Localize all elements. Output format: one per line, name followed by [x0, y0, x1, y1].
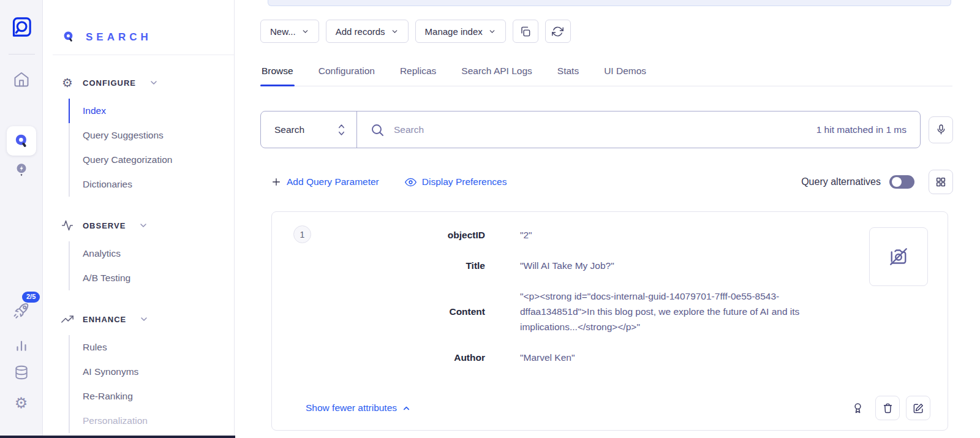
search-mode-value: Search [274, 124, 304, 135]
result-attributes: objectID "2" Title "Will AI Take My Job?… [272, 212, 948, 365]
plus-icon [271, 177, 281, 187]
section-label: ENHANCE [83, 315, 126, 324]
attribute-row-author: Author "Marvel Ken" [272, 350, 948, 365]
query-alternatives-toggle[interactable] [889, 175, 914, 189]
microphone-icon [935, 124, 947, 135]
database-icon[interactable] [13, 364, 29, 381]
display-preferences-link[interactable]: Display Preferences [405, 176, 507, 188]
sidebar-item-analytics[interactable]: Analytics [69, 241, 234, 266]
sidebar-item-re-ranking[interactable]: Re-Ranking [69, 384, 234, 409]
sidebar-divider [53, 55, 234, 55]
chevron-down-icon [301, 28, 309, 36]
add-query-parameter-link[interactable]: Add Query Parameter [271, 176, 379, 187]
chevron-up-icon [402, 404, 411, 413]
search-input[interactable] [394, 124, 807, 135]
search-magnifier-icon [61, 29, 77, 45]
refresh-icon [552, 26, 564, 37]
trending-up-icon [61, 313, 74, 325]
search-mode-select[interactable]: Search [261, 111, 357, 148]
sidebar-item-search-active[interactable] [7, 126, 36, 156]
sidebar-item-dictionaries[interactable]: Dictionaries [69, 172, 234, 197]
copy-button[interactable] [513, 20, 538, 43]
attribute-label: Content [272, 304, 485, 319]
section-configure-header[interactable]: ⚙ CONFIGURE [61, 77, 234, 89]
result-card: 1 objectID "2" Title "Will AI Take My Jo… [271, 211, 948, 431]
sidebar-item-ab-testing[interactable]: A/B Testing [69, 266, 234, 290]
item-label: Dictionaries [83, 179, 132, 190]
grid-icon [935, 176, 946, 187]
section-enhance-header[interactable]: ENHANCE [61, 313, 234, 325]
layout-grid-button[interactable] [929, 170, 953, 194]
icon-rail: 2/5 ⚙ [0, 0, 43, 438]
tab-browse[interactable]: Browse [260, 59, 295, 86]
edit-record-button[interactable] [906, 396, 930, 420]
sidebar-item-personalization[interactable]: Personalization [69, 409, 234, 433]
show-fewer-attributes-link[interactable]: Show fewer attributes [306, 402, 411, 413]
main-content: New... Add records Manage index [235, 0, 980, 438]
tab-configuration[interactable]: Configuration [317, 59, 376, 86]
index-banner-edge [268, 0, 951, 6]
search-bar: Search 1 hit matched in 1 ms [260, 111, 921, 148]
sidebar-item-index[interactable]: Index [69, 99, 234, 123]
refresh-button[interactable] [545, 20, 571, 43]
voice-search-button[interactable] [929, 116, 953, 143]
settings-gear-icon[interactable]: ⚙ [15, 396, 28, 410]
item-label: Re-Ranking [83, 391, 133, 402]
sidebar-item-query-suggestions[interactable]: Query Suggestions [69, 123, 234, 148]
trash-icon [882, 402, 894, 414]
display-preferences-label: Display Preferences [422, 176, 507, 187]
index-toolbar: New... Add records Manage index [260, 20, 952, 43]
sidebar-item-rules[interactable]: Rules [69, 335, 234, 360]
attribute-row-objectid: objectID "2" [272, 227, 948, 243]
camera-off-icon [888, 246, 910, 268]
copy-icon [519, 26, 531, 37]
manage-index-dropdown-button[interactable]: Manage index [415, 20, 506, 43]
recommend-icon[interactable] [13, 162, 29, 180]
sidebar-item-query-categorization[interactable]: Query Categorization [69, 148, 234, 172]
section-enhance: ENHANCE Rules AI Synonyms Re-Ranking Per… [61, 313, 234, 433]
algolia-logo-icon[interactable] [9, 15, 34, 39]
index-tabs: Browse Configuration Replicas Search API… [260, 59, 952, 86]
attribute-value: "Marvel Ken" [520, 350, 575, 365]
activity-icon [61, 219, 74, 232]
attribute-label: Author [272, 350, 485, 365]
query-controls-left: Add Query Parameter Display Preferences [271, 176, 507, 188]
search-row: Search 1 hit matched in 1 ms [260, 111, 953, 148]
section-observe-header[interactable]: OBSERVE [61, 219, 234, 232]
award-icon [851, 402, 864, 415]
add-query-parameter-label: Add Query Parameter [287, 176, 379, 187]
rocket-icon[interactable] [12, 301, 31, 320]
tab-stats[interactable]: Stats [556, 59, 580, 86]
item-label: Personalization [83, 415, 148, 426]
analytics-bars-icon[interactable] [13, 337, 29, 353]
item-label: Query Categorization [83, 154, 172, 165]
attribute-value: "2" [520, 227, 532, 243]
search-input-area: 1 hit matched in 1 ms [357, 111, 920, 148]
query-controls-right: Query alternatives [801, 170, 953, 194]
tab-replicas[interactable]: Replicas [399, 59, 437, 86]
chevron-down-icon [149, 78, 159, 88]
sidebar-item-ai-synonyms[interactable]: AI Synonyms [69, 360, 234, 384]
record-actions [851, 396, 930, 420]
attribute-value: "<p><strong id="docs-internal-guid-14079… [520, 289, 845, 334]
section-label: CONFIGURE [83, 78, 136, 88]
tab-ui-demos[interactable]: UI Demos [603, 59, 647, 86]
add-records-dropdown-button[interactable]: Add records [326, 20, 409, 43]
item-label: Rules [83, 342, 107, 353]
item-label: Query Suggestions [83, 130, 164, 141]
sidebar-header: SEARCH [61, 0, 234, 54]
gear-icon: ⚙ [61, 77, 74, 89]
product-title: SEARCH [86, 31, 152, 43]
search-product-icon [12, 132, 31, 150]
chevron-down-icon [138, 221, 148, 230]
algolia-dashboard: 2/5 ⚙ [0, 0, 980, 438]
attribute-row-content: Content "<p><strong id="docs-internal-gu… [272, 289, 948, 334]
query-alternatives-label: Query alternatives [801, 176, 881, 187]
search-icon [370, 123, 385, 137]
home-icon[interactable] [13, 71, 30, 88]
new-dropdown-button[interactable]: New... [260, 20, 319, 43]
tab-search-api-logs[interactable]: Search API Logs [460, 59, 533, 86]
delete-record-button[interactable] [875, 396, 900, 420]
item-label: Index [83, 105, 106, 116]
ranking-info-button[interactable] [851, 402, 864, 415]
